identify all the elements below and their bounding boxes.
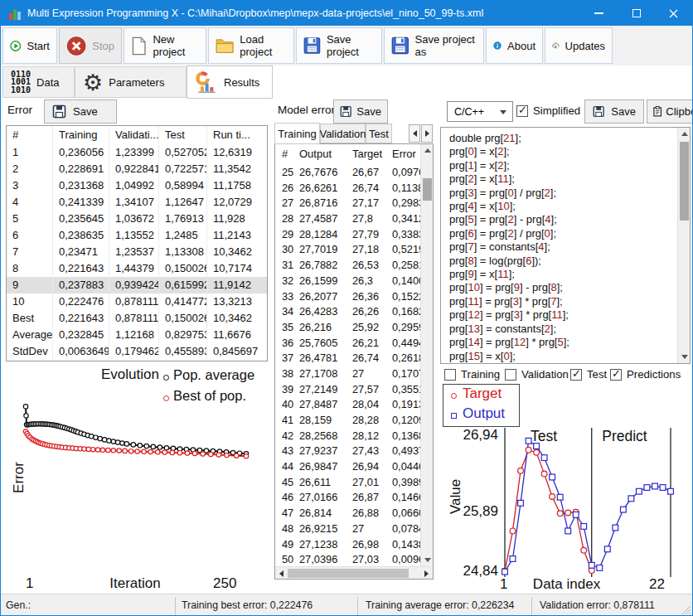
table-row[interactable]: Best0,2216430,8781110,15002610,3462: [7, 310, 267, 327]
horizontal-scrollbar[interactable]: [275, 566, 433, 579]
table-row[interactable]: StdDev0,006364910,1794620,4558930,845697: [7, 343, 267, 360]
tab-data[interactable]: 0110 1001 1010 Data: [2, 66, 75, 98]
column-header[interactable]: Validati...: [109, 126, 159, 144]
save-project-as-button[interactable]: Save project as: [384, 27, 484, 64]
column-header[interactable]: Output: [297, 144, 350, 164]
table-row[interactable]: 3226,159926,30,140062: [275, 273, 433, 289]
tab-parameters[interactable]: ⚙ Parameters: [75, 66, 187, 98]
table-row[interactable]: 3726,478126,740,261882: [275, 350, 433, 366]
table-cell: 1,23537: [109, 244, 159, 260]
tab-model-validation[interactable]: Validation: [320, 124, 366, 143]
table-row[interactable]: 90,2378830,9394240,61599211,9142: [7, 277, 267, 293]
table-row[interactable]: 3827,1708270,170794: [275, 366, 433, 381]
scroll-up-button[interactable]: [678, 128, 691, 140]
table-row[interactable]: 3526,21625,920,295984: [275, 319, 433, 335]
table-row[interactable]: 3027,701927,180,521945: [275, 241, 433, 257]
table-row[interactable]: 2726,871627,170,298384: [275, 195, 433, 211]
table-row[interactable]: 80,2216431,443790,15002610,7174: [7, 260, 267, 277]
minimize-button[interactable]: [580, 1, 618, 26]
scroll-down-button[interactable]: [421, 554, 434, 566]
predictions-plot-label: Predictions: [627, 368, 681, 381]
tab-scroll-left-button[interactable]: [409, 124, 420, 143]
scroll-left-button[interactable]: [275, 567, 288, 580]
table-row[interactable]: 4726,81426,880,066008: [275, 505, 433, 521]
validation-plot-checkbox[interactable]: Validation: [505, 368, 569, 381]
table-row[interactable]: 4526,61127,010,398998: [275, 474, 433, 490]
table-row[interactable]: 100,2224760,8781110,41477213,3213: [7, 293, 267, 310]
save-model-errors-button[interactable]: Save: [333, 99, 388, 124]
column-header[interactable]: Error: [390, 144, 420, 164]
table-cell: 10: [7, 293, 53, 310]
table-row[interactable]: 60,2386351,135521,248511,2143: [7, 227, 267, 244]
simplified-checkbox[interactable]: Simplified: [516, 104, 580, 117]
vertical-scrollbar[interactable]: [677, 128, 690, 363]
tab-results[interactable]: Results: [187, 65, 273, 99]
scrollbar-thumb[interactable]: [423, 178, 432, 201]
column-header[interactable]: Test: [159, 126, 207, 144]
vertical-scrollbar[interactable]: [420, 144, 433, 566]
table-row[interactable]: 2526,767626,670,097612: [275, 164, 433, 180]
table-row[interactable]: 4826,9215270,078470: [275, 521, 433, 536]
table-row[interactable]: 4627,016626,870,146609: [275, 489, 433, 505]
table-row[interactable]: 40,2413391,341071,1264712,0729: [7, 194, 267, 211]
stop-button[interactable]: Stop: [59, 27, 122, 64]
scroll-right-button[interactable]: [420, 567, 433, 580]
resize-grip[interactable]: [681, 604, 691, 615]
table-row[interactable]: 3326,207726,360,152287: [275, 289, 433, 304]
column-header[interactable]: Run ti...: [207, 126, 267, 144]
table-row[interactable]: 20,2286910,9228410,72257111,3542: [7, 161, 267, 177]
save-project-button[interactable]: Save project: [296, 27, 382, 64]
save-code-button[interactable]: Save: [584, 99, 644, 124]
table-row[interactable]: 4327,923727,430,493738: [275, 443, 433, 458]
about-button[interactable]: About: [486, 27, 543, 64]
column-header[interactable]: Training: [53, 126, 109, 144]
start-button[interactable]: Start: [2, 27, 57, 64]
close-button[interactable]: [655, 1, 692, 26]
table-row[interactable]: 4927,123826,980,143835: [275, 536, 433, 552]
table-row[interactable]: 2626,626126,740,113891: [275, 180, 433, 196]
title-bar[interactable]: Multi Expression Programming X - C:\Miha…: [1, 1, 692, 26]
maximize-button[interactable]: [618, 1, 655, 26]
data-point: [82, 447, 86, 451]
language-select[interactable]: C/C++: [447, 101, 513, 122]
column-header[interactable]: #: [275, 144, 297, 164]
scrollbar-thumb[interactable]: [680, 142, 689, 221]
table-row[interactable]: 4426,984726,940,044650: [275, 458, 433, 474]
table-row[interactable]: 3126,788226,530,258182: [275, 257, 433, 273]
scrollbar-thumb[interactable]: [288, 569, 409, 578]
tab-scroll-right-button[interactable]: [421, 124, 433, 143]
code-view[interactable]: double prg[21]; prg[0] = x[2]; prg[1] = …: [440, 127, 691, 364]
test-plot-checkbox[interactable]: Test: [570, 368, 607, 381]
training-average-error-status: Training average error: 0,226234: [366, 599, 514, 611]
table-row[interactable]: Average0,2328451,121680,82975311,6676: [7, 327, 267, 343]
table-row[interactable]: 5027,039627,030,009634: [275, 551, 433, 567]
tab-model-training[interactable]: Training: [274, 123, 320, 144]
column-header[interactable]: Target: [350, 144, 390, 164]
table-row[interactable]: 70,234711,235371,1330810,3462: [7, 244, 267, 260]
table-row[interactable]: 3426,428326,260,168276: [275, 303, 433, 319]
checkbox-icon: [516, 105, 528, 117]
scroll-down-button[interactable]: [678, 351, 691, 363]
table-cell: 26,74: [350, 180, 390, 196]
table-row[interactable]: 30,2313681,049920,5899411,1758: [7, 177, 267, 194]
save-error-button[interactable]: Save: [44, 99, 117, 124]
table-row[interactable]: 4228,256828,120,136832: [275, 428, 433, 444]
scroll-up-button[interactable]: [421, 144, 434, 157]
load-project-button[interactable]: Load project: [208, 27, 294, 64]
training-plot-checkbox[interactable]: Training: [444, 368, 500, 381]
table-row[interactable]: 3625,760526,210,449498: [275, 335, 433, 351]
column-header[interactable]: #: [7, 126, 53, 144]
table-row[interactable]: 2827,458727,80,341298: [275, 211, 433, 226]
clipboard-button[interactable]: Clipboard: [647, 99, 693, 124]
table-row[interactable]: 4027,848728,040,191323: [275, 396, 433, 412]
updates-button[interactable]: Updates: [545, 27, 613, 64]
table-row[interactable]: 3927,214927,570,355103: [275, 381, 433, 397]
table-row[interactable]: 10,2360561,233990,52705212,6319: [7, 144, 267, 161]
table-row[interactable]: 2928,128427,790,338365: [275, 226, 433, 242]
table-row[interactable]: 50,2356451,036721,7691311,928: [7, 211, 267, 227]
table-row[interactable]: 4128,15928,280,120951: [275, 412, 433, 428]
predictions-plot-checkbox[interactable]: Predictions: [610, 368, 681, 381]
about-label: About: [507, 40, 536, 52]
tab-model-test[interactable]: Test: [366, 124, 392, 143]
new-project-button[interactable]: New project: [124, 27, 206, 64]
